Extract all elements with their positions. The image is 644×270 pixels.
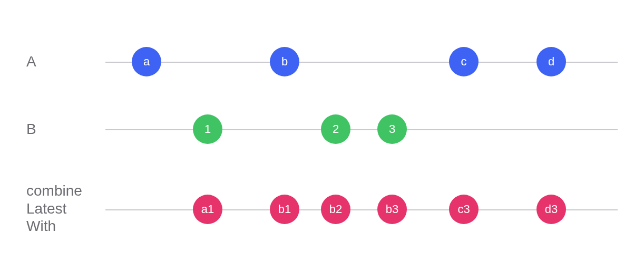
stream-b-label: B — [26, 120, 36, 138]
marble-a-b: b — [270, 47, 299, 76]
result-label-line2: Latest — [26, 200, 82, 218]
marble-b-3: 3 — [377, 114, 407, 144]
stream-result-label: combine Latest With — [26, 182, 82, 235]
marble-a-d: d — [536, 47, 566, 76]
marble-result-c3: c3 — [449, 195, 479, 224]
marble-result-b1: b1 — [270, 195, 299, 224]
stream-a-label: A — [26, 53, 36, 71]
marble-result-b2: b2 — [321, 195, 350, 224]
marble-a-c: c — [449, 47, 479, 76]
result-label-line1: combine — [26, 182, 82, 200]
marble-b-2: 2 — [321, 114, 350, 144]
timeline-b — [105, 129, 618, 130]
marble-result-a1: a1 — [193, 195, 222, 224]
marble-result-d3: d3 — [536, 195, 566, 224]
marble-result-b3: b3 — [377, 195, 407, 224]
marble-a-a: a — [132, 47, 161, 76]
result-label-line3: With — [26, 217, 82, 235]
marble-b-1: 1 — [193, 114, 222, 144]
